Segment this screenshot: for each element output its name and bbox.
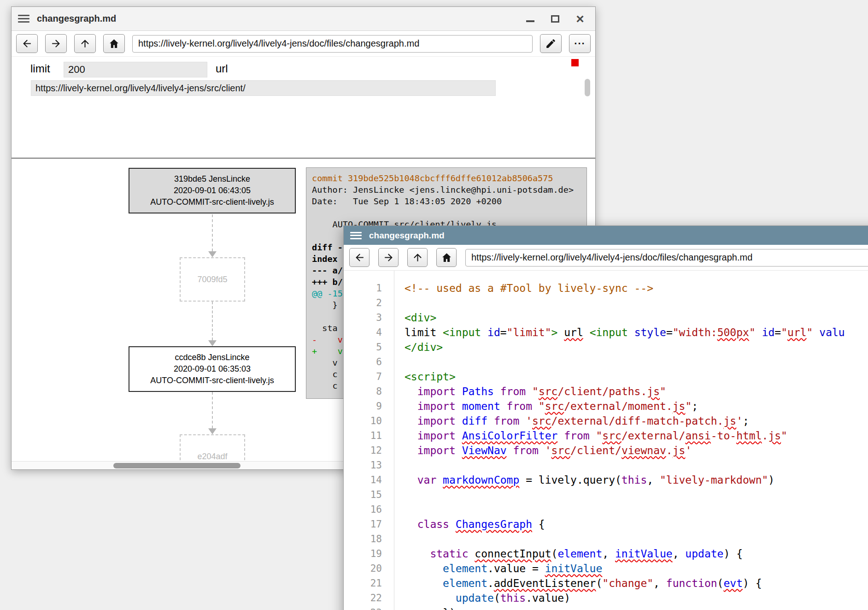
code-editor[interactable]: 1234567891011121314151617181920212223 <!…	[344, 271, 868, 610]
code-token: .	[762, 430, 768, 442]
code-token: =	[500, 326, 507, 338]
code-line[interactable]: import AnsiColorFilter from "src/externa…	[405, 428, 868, 443]
code-line[interactable]: import ViewNav from 'src/client/viewnav.…	[405, 443, 868, 458]
code-token: "change"	[602, 577, 653, 589]
code-line[interactable]: <!-- used as a #Tool by lively-sync -->	[405, 281, 868, 296]
commit-node-line: 2020-09-01 06:43:05	[129, 185, 295, 196]
code-token: =	[774, 326, 781, 338]
code-line[interactable]: import moment from "src/external/moment.…	[405, 399, 868, 414]
url-input[interactable]	[31, 80, 496, 96]
code-token: "	[660, 385, 666, 397]
code-token	[526, 385, 532, 397]
forward-icon	[383, 252, 394, 263]
code-token: import	[417, 385, 456, 397]
line-number: 10	[344, 414, 382, 428]
home-button[interactable]	[103, 34, 125, 53]
line-number: 9	[344, 399, 382, 414]
code-token: ;	[743, 415, 749, 427]
maximize-icon	[551, 15, 559, 23]
code-token	[456, 385, 462, 397]
code-line[interactable]: static connectInput(element, initValue, …	[405, 546, 868, 561]
code-token: "	[685, 400, 692, 412]
minimize-button[interactable]	[524, 13, 536, 25]
code-line[interactable]: update(this.value)	[405, 591, 868, 605]
commit-node-ccdce8b[interactable]: ccdce8b JensLincke 2020-09-01 06:35:03 A…	[129, 346, 296, 392]
commit-stub-e204adf[interactable]: e204adf	[180, 434, 245, 461]
code-line[interactable]: var markdownComp = lively.query(this, "l…	[405, 473, 868, 487]
back-button[interactable]	[16, 34, 38, 53]
code-token	[456, 400, 462, 412]
horizontal-scrollbar-thumb[interactable]	[113, 463, 240, 468]
commit-node-319bde5[interactable]: 319bde5 JensLincke 2020-09-01 06:43:05 A…	[129, 168, 296, 213]
up-button[interactable]	[74, 34, 96, 53]
code-token: from	[500, 385, 526, 397]
code-token	[557, 326, 564, 338]
url-label: url	[216, 62, 228, 75]
window-controls: ×	[524, 13, 589, 25]
code-line[interactable]: <div>	[405, 310, 868, 325]
forward-button[interactable]	[45, 34, 67, 53]
address-input[interactable]	[465, 249, 868, 267]
code-token: })	[405, 607, 456, 610]
code-token: '	[736, 415, 743, 427]
edit-button[interactable]	[540, 34, 562, 53]
window-title: changesgraph.md	[369, 231, 445, 241]
maximize-button[interactable]	[549, 13, 561, 25]
up-icon	[412, 252, 423, 263]
close-button[interactable]: ×	[574, 13, 586, 25]
code-token	[590, 430, 596, 442]
code-token: <script>	[405, 371, 456, 383]
back-button[interactable]	[349, 248, 369, 267]
code-line[interactable]	[405, 487, 868, 502]
code-token	[405, 400, 417, 412]
code-token: from	[513, 444, 538, 456]
line-number: 4	[344, 325, 382, 340]
code-token: ,	[602, 548, 615, 560]
edge-line	[212, 392, 213, 428]
code-token	[405, 563, 443, 574]
code-line[interactable]: })	[405, 605, 868, 610]
code-token	[456, 430, 462, 442]
forward-button[interactable]	[378, 248, 399, 267]
code-token	[405, 592, 456, 604]
address-input[interactable]	[132, 35, 533, 53]
code-line[interactable]: </div>	[405, 340, 868, 355]
back-icon	[21, 38, 33, 49]
code-token: <!-- used as a #Tool by lively-sync -->	[405, 282, 653, 294]
code-token: js	[723, 415, 736, 427]
up-button[interactable]	[407, 248, 428, 267]
window-menu-icon[interactable]	[18, 15, 29, 23]
more-button[interactable]: ...	[569, 34, 591, 53]
code-line[interactable]	[405, 296, 868, 310]
code-line[interactable]: element.value = initValue	[405, 561, 868, 576]
code-token	[557, 430, 564, 442]
window-titlebar[interactable]: changesgraph.md	[344, 226, 868, 245]
code-line[interactable]: class ChangesGraph {	[405, 517, 868, 532]
code-line[interactable]: <script>	[405, 369, 868, 384]
commit-stub-7009fd5[interactable]: 7009fd5	[180, 257, 245, 302]
window-titlebar[interactable]: changesgraph.md ×	[12, 7, 595, 31]
code-token: "	[781, 430, 787, 442]
vertical-scrollbar-thumb[interactable]	[585, 79, 590, 96]
commit-detail-line: commit 319bde525b1048cbcfff6dffe61012ab8…	[312, 172, 581, 184]
window-menu-icon[interactable]	[350, 232, 362, 239]
code-token: js	[768, 430, 781, 442]
code-line[interactable]	[405, 355, 868, 369]
code-token: </div>	[405, 341, 443, 353]
code-content[interactable]: <!-- used as a #Tool by lively-sync --><…	[394, 271, 868, 610]
code-token: valu	[819, 326, 845, 338]
code-line[interactable]	[405, 532, 868, 546]
code-line[interactable]: limit <input id="limit"> url <input styl…	[405, 325, 868, 340]
code-token: ,	[647, 474, 660, 486]
code-line[interactable]	[405, 502, 868, 517]
graph-edge	[208, 392, 217, 434]
code-token: =	[666, 326, 673, 338]
limit-input[interactable]	[64, 62, 207, 77]
up-icon	[79, 38, 91, 49]
code-line[interactable]: import Paths from "src/client/paths.js"	[405, 384, 868, 399]
home-button[interactable]	[436, 248, 457, 267]
code-line[interactable]	[405, 458, 868, 473]
line-number: 21	[344, 576, 382, 591]
code-line[interactable]: element.addEventListener("change", funct…	[405, 576, 868, 591]
code-line[interactable]: import diff from 'src/external/diff-matc…	[405, 414, 868, 428]
